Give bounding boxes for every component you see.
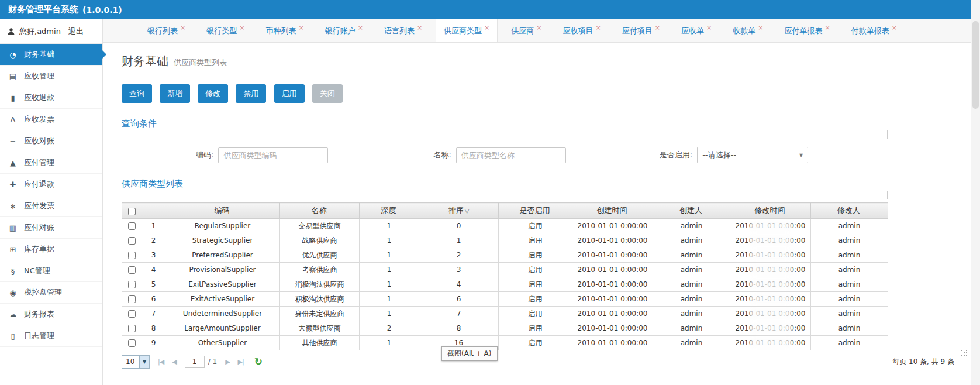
toolbar-button[interactable]: 新增 [160,84,190,103]
column-header[interactable]: 创建时间 [572,203,653,219]
row-checkbox[interactable] [128,339,136,347]
query-form: 编码: 名称: 是否启用: --请选择-- ▼ [122,147,888,163]
sidebar-item-label: 应收对账 [24,136,54,146]
cell-modified: 2010-01-01 0:00:00 [730,277,811,292]
column-header[interactable]: 排序▽ [419,203,499,219]
sidebar-item[interactable]: ∗ 应付发票 [0,195,102,217]
tab-label: 应付单报表 [784,26,822,36]
tab-item[interactable]: 银行账户 × [318,19,371,42]
cell-name: 身份未定供应商 [280,307,360,321]
page-size-select[interactable]: 10 ▼ [122,355,150,369]
tab-item[interactable]: 应付项目 × [615,19,668,42]
toolbar-button[interactable]: 关闭 [312,84,343,103]
enabled-select[interactable]: --请选择-- ▼ [697,147,808,163]
sidebar-item[interactable]: ◉ 税控盘管理 [0,282,102,304]
tab-item[interactable]: 银行列表 × [140,19,193,42]
resize-grip[interactable] [961,350,968,357]
table-row[interactable]: 7 UndeterminedSupplier 身份未定供应商 1 7 启用 20… [122,307,888,321]
tab-close-icon[interactable]: × [417,24,422,32]
row-checkbox[interactable] [128,310,136,318]
prev-page-button[interactable]: ◀ [172,358,176,366]
name-input[interactable] [456,147,566,163]
table-row[interactable]: 2 StrategicSupplier 战略供应商 1 1 启用 2010-01… [122,233,888,248]
tab-close-icon[interactable]: × [239,24,244,32]
refresh-icon[interactable]: ↻ [254,357,263,367]
tab-close-icon[interactable]: × [484,24,489,32]
tab-close-icon[interactable]: × [536,24,541,32]
tab-item[interactable]: 供应商 × [503,19,549,42]
sidebar-item-label: 税控盘管理 [24,287,62,298]
column-header[interactable]: 是否启用 [499,203,572,219]
sidebar-item[interactable]: ▮ 应收退款 [0,87,102,109]
sidebar-item[interactable]: ▯ 日志管理 [0,325,102,347]
table-row[interactable]: 8 LargeAmountSupplier 大额型供应商 2 8 启用 2010… [122,321,888,336]
toolbar-button[interactable]: 启用 [274,84,305,103]
column-header[interactable]: 名称 [280,203,360,219]
tab-item[interactable]: 供应商类型 × [436,19,498,42]
select-all-checkbox[interactable] [128,208,136,215]
sidebar-item[interactable]: ☁ 财务报表 [0,304,102,325]
logout-link[interactable]: 退出 [68,26,84,37]
sidebar-item[interactable]: ✚ 应付退款 [0,174,102,195]
column-header[interactable]: 编码 [165,203,280,219]
sidebar-item[interactable]: § NC管理 [0,260,102,282]
code-input[interactable] [218,147,328,163]
sidebar-item[interactable]: ⊞ 库存单据 [0,239,102,260]
scrollbar-thumb[interactable] [972,21,979,109]
tab-item[interactable]: 收款单 × [725,19,771,42]
tab-close-icon[interactable]: × [358,24,363,32]
scrollbar[interactable] [971,0,980,385]
tab-label: 应付项目 [622,26,653,36]
tab-close-icon[interactable]: × [298,24,303,32]
row-checkbox[interactable] [128,237,136,245]
tab-item[interactable]: 应付单报表 × [777,19,837,42]
table-row[interactable]: 9 OtherSupplier 其他供应商 1 16 启用 2010-01-01… [122,336,888,350]
cell-checkbox [122,321,142,336]
column-header[interactable]: 深度 [360,203,419,219]
tab-item[interactable]: 银行类型 × [199,19,252,42]
table-row[interactable]: 3 PreferredSupplier 优先供应商 1 2 启用 2010-01… [122,248,888,263]
column-header[interactable]: 修改时间 [730,203,811,219]
column-header[interactable]: 创建人 [653,203,730,219]
tab-item[interactable]: 币种列表 × [258,19,311,42]
tab-close-icon[interactable]: × [892,24,897,32]
tab-close-icon[interactable]: × [180,24,185,32]
row-checkbox[interactable] [128,281,136,288]
sidebar-item[interactable]: A 应收发票 [0,109,102,130]
row-checkbox[interactable] [128,222,136,230]
table-row[interactable]: 1 RegularSupplier 交易型供应商 1 0 启用 2010-01-… [122,219,888,233]
dashboard-icon: ◔ [8,50,18,59]
sidebar-item[interactable]: ▲ 应付管理 [0,152,102,174]
toolbar-button[interactable]: 查询 [122,84,152,103]
table-row[interactable]: 4 ProvisionalSupplier 考察供应商 1 3 启用 2010-… [122,263,888,277]
tab-close-icon[interactable]: × [824,24,830,32]
row-checkbox[interactable] [128,295,136,303]
tab-item[interactable]: 付款单报表 × [844,19,905,42]
next-page-button[interactable]: ▶ [225,358,229,366]
tab-item[interactable]: 应收单 × [674,19,719,42]
cell-num: 8 [142,321,165,336]
sort-indicator-icon: ▽ [465,208,470,214]
row-checkbox[interactable] [128,325,136,332]
tab-close-icon[interactable]: × [596,24,601,32]
row-checkbox[interactable] [128,266,136,274]
sidebar-item[interactable]: ▥ 应付对账 [0,217,102,239]
tab-item[interactable]: 语言列表 × [377,19,430,42]
table-row[interactable]: 6 ExitActiveSupplier 积极淘汰供应商 1 6 启用 2010… [122,292,888,307]
tab-item[interactable]: 应收项目 × [555,19,609,42]
last-page-button[interactable]: ▶| [238,358,244,366]
toolbar-button[interactable]: 修改 [198,84,228,103]
toolbar-button[interactable]: 禁用 [236,84,266,103]
table-row[interactable]: 5 ExitPassiveSupplier 消极淘汰供应商 1 4 启用 201… [122,277,888,292]
first-page-button[interactable]: |◀ [158,358,164,366]
sidebar-item[interactable]: ▤ 应收管理 [0,66,102,87]
sidebar-item[interactable]: ◔ 财务基础 [0,44,102,66]
page-input[interactable] [185,356,205,368]
tab-close-icon[interactable]: × [758,24,763,32]
tab-close-icon[interactable]: × [706,24,712,32]
sidebar-item[interactable]: ≡ 应收对账 [0,130,102,152]
cell-code: ProvisionalSupplier [165,263,280,277]
tab-close-icon[interactable]: × [655,24,660,32]
row-checkbox[interactable] [128,252,136,259]
column-header[interactable]: 修改人 [811,203,888,219]
